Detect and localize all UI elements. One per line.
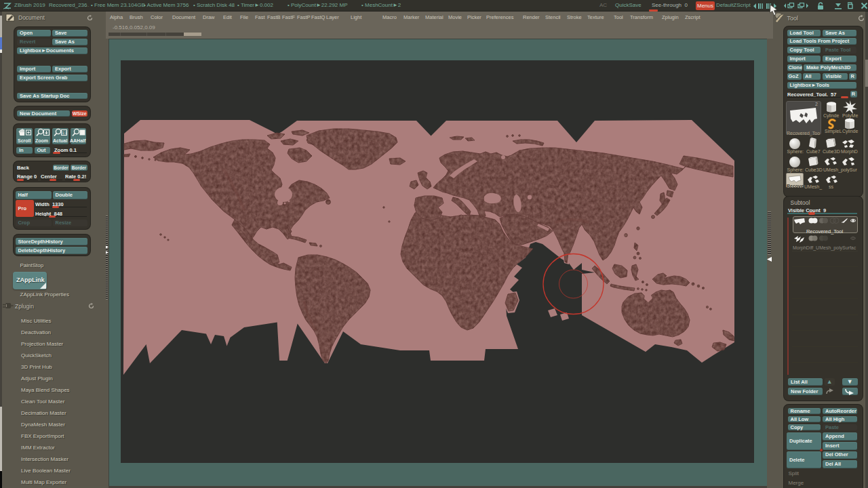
svg-text:1:1: 1:1 xyxy=(62,131,67,135)
